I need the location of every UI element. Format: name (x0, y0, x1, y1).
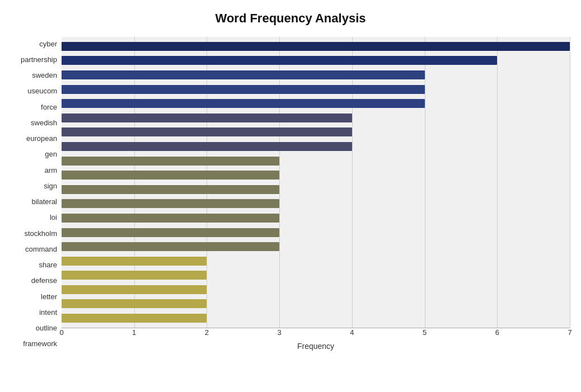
y-label: bilateral (31, 195, 57, 209)
chart-container: Word Frequency Analysis cyberpartnership… (0, 0, 581, 392)
y-label: sweden (32, 69, 57, 82)
bar (62, 228, 279, 237)
bar-row (62, 82, 570, 97)
bar-row (62, 254, 570, 268)
y-label: useucom (27, 84, 57, 98)
bar (62, 214, 279, 223)
bar (62, 127, 352, 136)
y-label: command (25, 242, 57, 256)
y-label: intent (39, 305, 57, 319)
bar-row (62, 139, 570, 154)
y-label: european (26, 132, 57, 145)
bar (62, 157, 279, 166)
bar (62, 314, 207, 323)
bar-row (62, 268, 570, 283)
grid-line (570, 37, 570, 328)
bar (62, 99, 425, 108)
y-label: letter (41, 290, 57, 303)
y-label: share (39, 258, 57, 272)
x-tick: 6 (495, 328, 499, 337)
bar-row (62, 197, 570, 211)
y-label: loi (50, 211, 57, 224)
bar (62, 271, 207, 280)
bar (62, 257, 207, 266)
x-axis-label: Frequency (62, 342, 570, 351)
chart-title: Word Frequency Analysis (11, 11, 570, 26)
y-label: framework (23, 337, 57, 351)
bar-row (62, 168, 570, 182)
x-axis: 01234567 Frequency (62, 328, 570, 351)
bar-row (62, 54, 570, 68)
bar (62, 56, 497, 65)
bar-row (62, 96, 570, 111)
bar (62, 185, 279, 194)
bar (62, 70, 425, 79)
y-label: outline (36, 322, 57, 335)
bar (62, 114, 352, 122)
x-tick: 1 (132, 328, 136, 337)
bar (62, 199, 279, 208)
x-tick: 0 (59, 328, 63, 337)
bar-row (62, 225, 570, 240)
bars-list (62, 37, 570, 328)
y-label: partnership (21, 53, 57, 66)
bar (62, 42, 570, 51)
y-label: swedish (31, 116, 57, 129)
bars-region (62, 37, 570, 328)
chart-area: cyberpartnershipswedenuseucomforceswedis… (11, 37, 570, 351)
bar (62, 242, 279, 251)
bar-row (62, 111, 570, 125)
bar-row (62, 125, 570, 140)
x-tick: 5 (423, 328, 427, 337)
y-label: arm (45, 163, 57, 177)
y-label: defense (31, 274, 57, 287)
y-label: sign (44, 179, 57, 192)
bar-row (62, 282, 570, 297)
y-label: gen (45, 148, 57, 161)
bar-row (62, 311, 570, 325)
bar (62, 299, 207, 308)
bar-row (62, 182, 570, 197)
y-axis: cyberpartnershipswedenuseucomforceswedis… (11, 37, 62, 351)
bar-row (62, 39, 570, 54)
y-label: cyber (39, 37, 57, 50)
bar-row (62, 239, 570, 254)
x-tick: 3 (278, 328, 282, 337)
x-tick: 2 (205, 328, 209, 337)
bar (62, 85, 425, 94)
bar-row (62, 68, 570, 82)
bar (62, 171, 279, 180)
x-tick: 7 (568, 328, 571, 337)
bar-row (62, 154, 570, 168)
bar (62, 142, 352, 151)
bar-row (62, 211, 570, 225)
y-label: stockholm (24, 226, 57, 240)
bar (62, 285, 207, 294)
bars-and-xaxis: 01234567 Frequency (62, 37, 570, 351)
y-label: force (41, 100, 57, 114)
x-tick: 4 (350, 328, 354, 337)
bar-row (62, 297, 570, 311)
